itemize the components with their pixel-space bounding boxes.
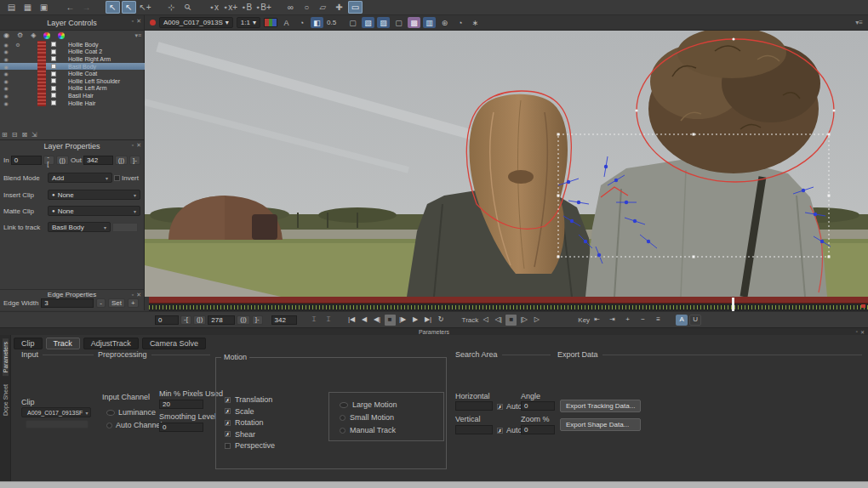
- eye-icon[interactable]: ◉: [0, 42, 12, 48]
- rect-tool-icon[interactable]: ▭: [348, 1, 363, 14]
- set-in-button[interactable]: -[: [180, 315, 191, 325]
- ellipse-tool-icon[interactable]: ○: [300, 1, 314, 14]
- channels-icon[interactable]: [264, 18, 277, 27]
- layer-row[interactable]: ◉ ⚙ Hollie Left Arm: [0, 85, 145, 93]
- color-wheel-icon[interactable]: [43, 32, 50, 39]
- delete-layer-icon[interactable]: ⊠: [21, 131, 27, 139]
- edge-width-field[interactable]: 3: [41, 298, 94, 308]
- layer-checkbox[interactable]: [51, 56, 56, 61]
- goto-out-button[interactable]: (|): [237, 315, 249, 325]
- clip-selector[interactable]: A009_C017_0913S ▾: [159, 17, 233, 28]
- motion-mode-option[interactable]: Small Motion: [340, 413, 397, 422]
- zoom-tool-icon[interactable]: ⚲: [178, 0, 197, 17]
- horizontal-auto[interactable]: ✗ Auto: [497, 402, 523, 411]
- eye-icon[interactable]: ◉: [3, 31, 9, 39]
- track-backward-icon[interactable]: ◁: [480, 315, 491, 326]
- gain-icon[interactable]: ◔: [295, 17, 308, 28]
- timeline-ruler[interactable]: [149, 304, 868, 311]
- layer-checkbox[interactable]: [51, 93, 56, 98]
- parameter-tab[interactable]: Camera Solve: [142, 338, 206, 349]
- eye-icon[interactable]: ◉: [0, 100, 12, 106]
- track-back-one-icon[interactable]: ◁|: [493, 315, 504, 326]
- undo-icon[interactable]: ←: [63, 1, 77, 14]
- parameter-tab[interactable]: Track: [46, 338, 80, 349]
- end-frame-field[interactable]: 342: [271, 315, 297, 325]
- select-tool-icon[interactable]: ↖: [106, 1, 120, 14]
- angle-field[interactable]: 0: [521, 401, 555, 411]
- set-out-button[interactable]: ]-: [129, 156, 140, 165]
- parameter-tab[interactable]: AdjustTrack: [83, 338, 139, 349]
- autokey-button[interactable]: A: [676, 315, 688, 326]
- settings-icon[interactable]: ∗: [469, 17, 482, 28]
- edge-width-plus-button[interactable]: +: [128, 298, 139, 308]
- track-x-icon[interactable]: ⋆x: [207, 1, 221, 14]
- motion-check-option[interactable]: ✗ Perspective: [225, 441, 275, 450]
- invert-checkbox[interactable]: ✗: [114, 175, 120, 181]
- eye-icon[interactable]: ◉: [0, 93, 12, 99]
- show-layers-icon[interactable]: ▢: [346, 17, 359, 28]
- eye-icon[interactable]: ◉: [0, 48, 12, 54]
- smoothing-field[interactable]: 0: [159, 423, 203, 432]
- matte-clip-select[interactable]: ● None ▾: [48, 206, 140, 216]
- timeline-playhead[interactable]: [732, 298, 734, 311]
- color-wheel-alt-icon[interactable]: [58, 32, 65, 39]
- save-project-icon[interactable]: ▣: [37, 1, 51, 14]
- layer-checkbox[interactable]: [51, 78, 56, 83]
- track-stop-icon[interactable]: ■: [505, 315, 517, 326]
- panel-float-icon[interactable]: ▫: [132, 142, 134, 149]
- set-in-button[interactable]: -[: [43, 156, 54, 165]
- vertical-field[interactable]: [455, 425, 493, 434]
- layer-checkbox[interactable]: [51, 49, 56, 54]
- show-surface-icon[interactable]: ▨: [377, 17, 390, 28]
- side-tab[interactable]: Dope Sheet: [3, 381, 9, 419]
- min-pixels-field[interactable]: 20: [159, 400, 203, 409]
- alpha-icon[interactable]: A: [280, 17, 293, 28]
- new-group-icon[interactable]: ⊟: [12, 131, 18, 139]
- link-tool-icon[interactable]: ∞: [283, 1, 298, 14]
- parameter-tab[interactable]: Clip: [14, 338, 43, 349]
- motion-check-option[interactable]: ✗ Scale: [225, 407, 275, 416]
- current-frame-field[interactable]: 278: [208, 315, 235, 325]
- panel-float-icon[interactable]: ▫: [856, 329, 858, 335]
- go-end-icon[interactable]: ▶|: [423, 315, 434, 326]
- show-grid-icon[interactable]: ▢: [392, 17, 405, 28]
- stop-icon[interactable]: ■: [385, 315, 396, 326]
- layer-checkbox[interactable]: [51, 71, 56, 77]
- set-out-button[interactable]: ]-: [252, 315, 263, 325]
- export-shape-data-button[interactable]: Export Shape Data...: [560, 418, 641, 431]
- goto-in-button[interactable]: (|): [56, 156, 69, 165]
- channel-radio-option[interactable]: Auto Channel: [106, 421, 163, 429]
- show-mattes-icon[interactable]: ▩: [408, 17, 420, 28]
- layer-row[interactable]: ◉ ⚙ Basil Body: [0, 63, 145, 71]
- panel-float-icon[interactable]: ▫: [132, 292, 134, 298]
- eye-icon[interactable]: ◉: [0, 56, 12, 62]
- layer-checkbox[interactable]: [51, 64, 56, 69]
- track-b-icon[interactable]: ⋆B: [239, 1, 254, 14]
- layer-gear-icon[interactable]: ⚙: [12, 42, 24, 48]
- lock-icon[interactable]: ◈: [31, 31, 36, 39]
- export-tracking-data-button[interactable]: Export Tracking Data...: [560, 400, 641, 412]
- pan-tool-icon[interactable]: ⊹: [164, 1, 179, 14]
- goto-in-button[interactable]: (|): [193, 315, 206, 325]
- panel-close-icon[interactable]: ✕: [136, 292, 141, 298]
- play-icon[interactable]: ▶: [410, 315, 421, 326]
- layer-checkbox[interactable]: [51, 42, 56, 47]
- panel-close-icon[interactable]: ✕: [860, 329, 865, 335]
- timeline-clip-bar[interactable]: [149, 297, 868, 304]
- eye-icon[interactable]: ◉: [0, 64, 12, 70]
- panel-float-icon[interactable]: ▫: [132, 18, 134, 25]
- track-b-add-icon[interactable]: ⋆B+: [255, 1, 271, 14]
- edge-width-minus-button[interactable]: -: [96, 298, 106, 308]
- new-project-icon[interactable]: ▤: [4, 1, 19, 14]
- panel-close-icon[interactable]: ✕: [136, 18, 141, 25]
- add-keyframe-icon[interactable]: +: [622, 315, 633, 326]
- eye-icon[interactable]: ◉: [0, 71, 12, 77]
- track-fwd-one-icon[interactable]: |▷: [518, 315, 529, 326]
- zoom-timeline-fit-icon[interactable]: ⌶: [323, 315, 334, 326]
- expand-layers-icon[interactable]: ⇲: [31, 131, 37, 139]
- motion-check-option[interactable]: ✗ Shear: [225, 430, 275, 439]
- step-forward-icon[interactable]: |▶: [397, 315, 408, 326]
- step-back-icon[interactable]: ◀|: [372, 315, 383, 326]
- viewer-canvas[interactable]: [145, 31, 868, 297]
- gear-icon[interactable]: ⚙: [17, 31, 23, 39]
